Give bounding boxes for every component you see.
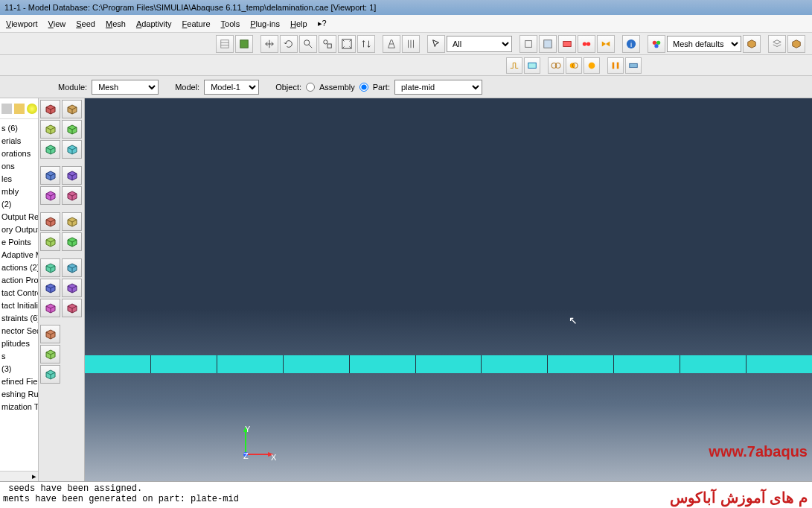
part-radio[interactable] (359, 83, 368, 92)
tool-d-icon[interactable] (578, 35, 595, 53)
menu-view[interactable]: View (48, 19, 66, 28)
perspective-icon[interactable] (383, 35, 400, 53)
model-tree-list[interactable]: s (6)erialsorationsonslesmbly (2) Output… (0, 119, 38, 471)
sec-b-icon[interactable] (524, 57, 540, 74)
tree-item[interactable]: ons (0, 160, 38, 173)
virtual-topo-icon[interactable] (40, 325, 60, 343)
pan-icon[interactable] (260, 35, 278, 53)
tree-icon-2[interactable] (14, 104, 25, 114)
svg-rect-3 (240, 39, 249, 48)
rotate-icon[interactable] (280, 35, 298, 53)
tree-item[interactable]: mization T (0, 401, 38, 413)
bar1-icon[interactable] (607, 57, 624, 74)
tool-e-icon[interactable] (597, 35, 615, 53)
verify-icon[interactable] (62, 232, 82, 251)
datum-csys-icon[interactable] (40, 258, 60, 277)
orient-icon[interactable] (62, 166, 82, 185)
assign-stack-icon[interactable] (40, 166, 60, 185)
bar2-icon[interactable] (625, 57, 642, 74)
color-icon[interactable] (648, 35, 665, 53)
datum-axis-icon[interactable] (62, 258, 82, 277)
datum-plane-2-icon[interactable] (62, 279, 82, 297)
partition-1-icon[interactable] (40, 186, 60, 205)
tree-item[interactable]: (2) (0, 198, 38, 211)
tree-item[interactable]: nector Sect (0, 325, 38, 337)
parallel-icon[interactable] (402, 35, 420, 53)
fit-icon[interactable] (338, 35, 356, 53)
menu-mesh[interactable]: Mesh (106, 19, 126, 28)
sec-a-icon[interactable] (506, 57, 522, 74)
tool-c-icon[interactable] (558, 35, 576, 53)
tree-item[interactable]: e Points (0, 236, 38, 249)
tree-item[interactable]: les (0, 173, 38, 185)
tree-item[interactable]: (3) (0, 363, 38, 375)
partition-3-icon[interactable] (40, 212, 60, 231)
tree-item[interactable]: eshing Rul (0, 388, 38, 401)
cube2-icon[interactable] (787, 35, 805, 53)
layers-icon[interactable] (768, 35, 786, 53)
edit-mesh-icon[interactable] (40, 232, 60, 251)
seed-edge-icon[interactable] (62, 100, 82, 118)
tree-item[interactable]: Adaptive M (0, 249, 38, 261)
scroll-right-icon[interactable]: ▸ (32, 472, 36, 481)
tree-icon-1[interactable] (1, 104, 12, 114)
select-arrow-icon[interactable] (427, 35, 445, 53)
tree-item[interactable]: tact Initializ (0, 299, 38, 312)
tree-item[interactable]: s (0, 350, 38, 363)
options-icon[interactable] (40, 365, 60, 384)
cycle-views-icon[interactable] (357, 35, 375, 53)
tree-item[interactable]: mbly (0, 185, 38, 198)
elem-type-icon[interactable] (40, 140, 60, 159)
menu-plug-ins[interactable]: Plug-ins (250, 19, 280, 28)
tree-item[interactable]: s (6) (0, 122, 38, 135)
tree-item[interactable]: efined Fiel (0, 375, 38, 388)
info-icon[interactable]: i (622, 35, 640, 53)
menu-adaptivity[interactable]: Adaptivity (136, 19, 172, 28)
menu-seed[interactable]: Seed (76, 19, 95, 28)
menu-tools[interactable]: Tools (221, 19, 240, 28)
zoom-box-icon[interactable] (319, 35, 336, 53)
sketch-2-icon[interactable] (62, 299, 82, 317)
tree-item[interactable]: orations (0, 147, 38, 160)
tree-item[interactable]: actions (2) (0, 261, 38, 274)
tree-item[interactable]: ory Output (0, 223, 38, 236)
module-dropdown[interactable]: Mesh (92, 80, 159, 95)
tree-item[interactable]: Output Re (0, 211, 38, 223)
view-shaded-icon[interactable] (235, 35, 253, 53)
tree-scrollbar[interactable]: ▸ (0, 471, 38, 481)
assembly-radio[interactable] (306, 83, 315, 92)
circ1-icon[interactable] (548, 57, 564, 74)
part-dropdown[interactable]: plate-mid (394, 80, 482, 95)
datum-plane-1-icon[interactable] (40, 279, 60, 297)
mesh-region-icon[interactable] (62, 120, 82, 139)
menu-feature[interactable]: Feature (182, 19, 211, 28)
circ3-icon[interactable] (584, 57, 600, 74)
assembly-label: Assembly (319, 83, 355, 92)
partition-4-icon[interactable] (62, 212, 82, 231)
circ2-icon[interactable] (566, 57, 582, 74)
tree-item[interactable]: tact Contro (0, 287, 38, 299)
tool-a-icon[interactable] (520, 35, 537, 53)
elem-check-icon[interactable] (62, 140, 82, 159)
deform-icon[interactable] (40, 345, 60, 363)
menu-help[interactable]: Help (290, 19, 307, 28)
mesh-part-icon[interactable] (40, 120, 60, 139)
menu-viewport[interactable]: Viewport (6, 19, 38, 28)
tree-bulb-icon[interactable] (27, 104, 37, 114)
select-filter-dropdown[interactable]: All (447, 36, 512, 52)
sketch-1-icon[interactable] (40, 299, 60, 317)
mesh-defaults-dropdown[interactable]: Mesh defaults (667, 36, 741, 52)
tool-b-icon[interactable] (539, 35, 557, 53)
model-dropdown[interactable]: Model-1 (204, 80, 259, 95)
viewport[interactable]: ↖ Y X Z (85, 98, 812, 481)
partition-2-icon[interactable] (62, 186, 82, 205)
tree-item[interactable]: straints (6) (0, 312, 38, 325)
tree-item[interactable]: action Pro (0, 274, 38, 287)
tree-item[interactable]: erials (0, 135, 38, 147)
seed-part-icon[interactable] (40, 100, 60, 118)
whats-this-icon[interactable]: ▸? (318, 19, 327, 28)
zoom-icon[interactable] (299, 35, 317, 53)
view-wire-icon[interactable] (216, 35, 234, 53)
cube1-icon[interactable] (743, 35, 761, 53)
tree-item[interactable]: plitudes (0, 337, 38, 350)
